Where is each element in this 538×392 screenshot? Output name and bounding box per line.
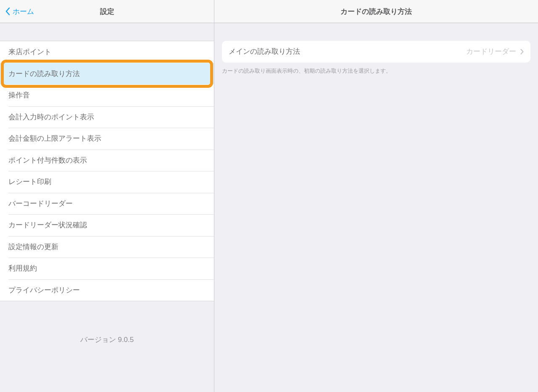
- settings-list: 来店ポイントカードの読み取り方法操作音会計入力時のポイント表示会計金額の上限アラ…: [0, 41, 214, 301]
- settings-item[interactable]: ポイント付与件数の表示: [0, 150, 214, 171]
- detail-nav-bar: カードの読み取り方法: [214, 0, 538, 23]
- settings-item-label: カードリーダー状況確認: [8, 220, 87, 230]
- back-button[interactable]: ホーム: [0, 7, 34, 16]
- detail-scroll[interactable]: メインの読み取り方法 カードリーダー カードの読み取り画面表示時の、初期の読み取…: [214, 23, 538, 75]
- settings-item[interactable]: カードの読み取り方法: [0, 63, 214, 85]
- detail-item-label: メインの読み取り方法: [229, 47, 466, 56]
- settings-item[interactable]: カードリーダー状況確認: [0, 214, 214, 236]
- settings-scroll[interactable]: 来店ポイントカードの読み取り方法操作音会計入力時のポイント表示会計金額の上限アラ…: [0, 23, 214, 392]
- detail-list: メインの読み取り方法 カードリーダー: [222, 41, 530, 63]
- settings-item-label: プライバシーポリシー: [8, 285, 80, 295]
- settings-item-label: バーコードリーダー: [8, 199, 73, 208]
- settings-detail-pane: カードの読み取り方法 メインの読み取り方法 カードリーダー カードの読み取り画面…: [214, 0, 538, 392]
- detail-footer: カードの読み取り画面表示時の、初期の読み取り方法を選択します。: [214, 63, 538, 75]
- master-title: 設定: [100, 7, 114, 16]
- master-nav-bar: ホーム 設定: [0, 0, 214, 23]
- settings-item[interactable]: プライバシーポリシー: [0, 279, 214, 301]
- main-read-method-row[interactable]: メインの読み取り方法 カードリーダー: [222, 41, 530, 63]
- settings-item[interactable]: 設定情報の更新: [0, 236, 214, 258]
- settings-master-pane: ホーム 設定 来店ポイントカードの読み取り方法操作音会計入力時のポイント表示会計…: [0, 0, 214, 392]
- chevron-left-icon: [5, 7, 10, 16]
- settings-item[interactable]: 操作音: [0, 84, 214, 106]
- detail-item-value: カードリーダー: [466, 47, 516, 56]
- back-label: ホーム: [13, 7, 34, 16]
- settings-item[interactable]: 会計入力時のポイント表示: [0, 106, 214, 128]
- detail-title: カードの読み取り方法: [340, 7, 412, 16]
- settings-item-label: 会計入力時のポイント表示: [8, 112, 94, 122]
- settings-item[interactable]: 会計金額の上限アラート表示: [0, 128, 214, 150]
- settings-item-label: ポイント付与件数の表示: [8, 155, 87, 165]
- settings-item-label: 操作音: [8, 90, 30, 100]
- settings-item[interactable]: 利用規約: [0, 258, 214, 279]
- settings-item-label: 利用規約: [8, 263, 37, 273]
- settings-item-label: 設定情報の更新: [8, 242, 58, 252]
- settings-item-label: 来店ポイント: [8, 47, 51, 57]
- settings-item-label: カードの読み取り方法: [8, 69, 80, 79]
- settings-item-label: 会計金額の上限アラート表示: [8, 134, 101, 143]
- settings-item[interactable]: バーコードリーダー: [0, 193, 214, 215]
- settings-item-label: レシート印刷: [8, 177, 51, 187]
- version-label: バージョン 9.0.5: [0, 301, 214, 361]
- settings-item[interactable]: レシート印刷: [0, 171, 214, 193]
- chevron-right-icon: [520, 49, 524, 55]
- settings-item[interactable]: 来店ポイント: [0, 41, 214, 63]
